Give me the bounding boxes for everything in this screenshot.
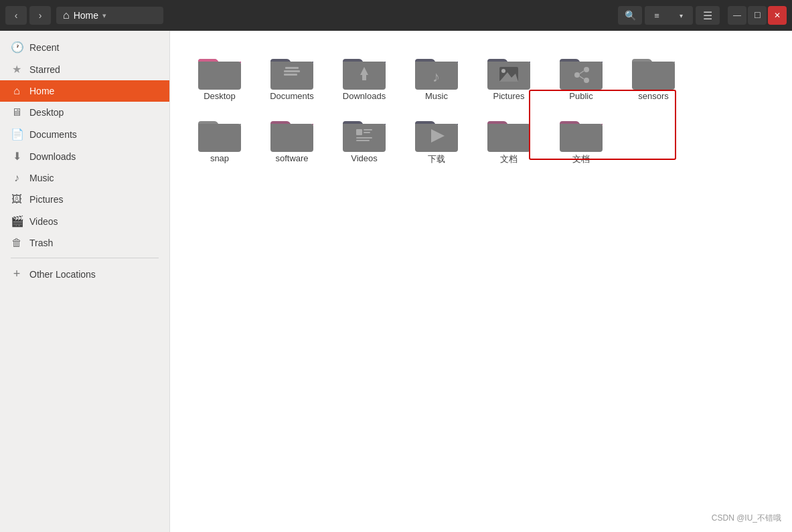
- folder-xiazai-label: 文档: [500, 153, 518, 165]
- folder-sensors-icon: [629, 52, 678, 91]
- folder-music-label: Music: [425, 91, 448, 101]
- music-icon: ♪: [11, 172, 23, 184]
- sidebar-item-music[interactable]: ♪ Music: [0, 167, 169, 189]
- folder-downloads[interactable]: Downloads: [331, 44, 398, 106]
- folder-wendang-icon: [557, 114, 605, 153]
- folder-snap[interactable]: snap: [186, 106, 253, 171]
- sidebar-item-recent[interactable]: 🕐 Recent: [0, 36, 169, 58]
- folder-desktop-icon: [195, 52, 244, 91]
- svg-rect-1: [284, 70, 300, 72]
- window-controls: — ☐ ✕: [728, 6, 787, 25]
- folder-sensors-label: sensors: [638, 91, 669, 101]
- menu-button[interactable]: ☰: [696, 6, 720, 25]
- pictures-icon: 🖼: [11, 193, 23, 205]
- folder-videos-label: 下载: [428, 153, 445, 165]
- sidebar-item-videos[interactable]: 🎬 Videos: [0, 210, 169, 232]
- location-bar[interactable]: ⌂ Home ▾: [56, 7, 163, 24]
- desktop-icon: 🖥: [11, 106, 23, 118]
- sidebar-item-starred[interactable]: ★ Starred: [0, 58, 169, 80]
- minimize-icon: —: [733, 11, 741, 20]
- folder-public-label: Public: [569, 91, 592, 101]
- sidebar-label-documents: Documents: [29, 129, 77, 140]
- forward-icon: ›: [39, 10, 42, 21]
- folder-public-icon: [557, 52, 605, 91]
- sidebar-item-home[interactable]: ⌂ Home: [0, 80, 169, 102]
- svg-rect-13: [356, 129, 362, 135]
- folder-pictures[interactable]: Pictures: [475, 44, 542, 106]
- folder-software[interactable]: software: [258, 106, 325, 171]
- folder-snap-icon: [195, 114, 244, 153]
- sidebar-label-music: Music: [29, 173, 54, 183]
- sidebar-item-pictures[interactable]: 🖼 Pictures: [0, 189, 169, 210]
- list-view-button[interactable]: ≡: [645, 6, 669, 25]
- sidebar-label-recent: Recent: [29, 42, 59, 53]
- folder-music[interactable]: ♪ Music: [403, 44, 470, 106]
- folder-sensors[interactable]: sensors: [620, 44, 687, 106]
- folder-public[interactable]: Public: [548, 44, 615, 106]
- sidebar-item-downloads[interactable]: ⬇ Downloads: [0, 145, 169, 167]
- folder-templates[interactable]: Videos: [331, 106, 398, 171]
- search-button[interactable]: 🔍: [618, 6, 642, 25]
- documents-icon: 📄: [11, 128, 23, 141]
- sidebar-separator: [11, 258, 159, 258]
- folder-wendang[interactable]: 文档: [548, 106, 615, 171]
- sidebar-item-documents[interactable]: 📄 Documents: [0, 123, 169, 145]
- folder-desktop[interactable]: Desktop: [186, 44, 253, 106]
- folder-xiazai[interactable]: 文档: [475, 106, 542, 171]
- view-chevron-icon: ▾: [680, 12, 683, 19]
- sidebar-label-desktop: Desktop: [29, 107, 64, 118]
- folder-videos[interactable]: 下载: [403, 106, 470, 171]
- main-layout: 🕐 Recent ★ Starred ⌂ Home 🖥 Desktop 📄 Do…: [0, 31, 792, 532]
- sidebar: 🕐 Recent ★ Starred ⌂ Home 🖥 Desktop 📄 Do…: [0, 31, 170, 532]
- sidebar-item-desktop[interactable]: 🖥 Desktop: [0, 102, 169, 123]
- watermark: CSDN @IU_不错哦: [712, 513, 781, 524]
- downloads-icon: ⬇: [11, 150, 23, 163]
- svg-rect-0: [285, 67, 299, 69]
- folder-grid-row2: snap software: [186, 106, 776, 171]
- folder-downloads-label: Downloads: [343, 91, 386, 101]
- sidebar-label-starred: Starred: [29, 64, 60, 75]
- forward-button[interactable]: ›: [29, 6, 51, 25]
- starred-icon: ★: [11, 63, 23, 76]
- folder-videos-icon: [412, 114, 461, 153]
- folder-documents-icon: [268, 52, 316, 91]
- folder-documents[interactable]: Documents: [258, 44, 325, 106]
- sidebar-label-downloads: Downloads: [29, 151, 76, 162]
- folder-pictures-label: Pictures: [493, 91, 525, 101]
- folder-xiazai-icon: [485, 114, 533, 153]
- sidebar-label-pictures: Pictures: [29, 194, 64, 205]
- back-button[interactable]: ‹: [5, 6, 27, 25]
- folder-downloads-icon: [340, 52, 388, 91]
- close-button[interactable]: ✕: [768, 6, 787, 25]
- svg-rect-17: [356, 140, 370, 141]
- svg-rect-2: [284, 74, 297, 76]
- svg-text:♪: ♪: [432, 68, 440, 85]
- folder-wendang-label: 文档: [572, 153, 590, 165]
- maximize-button[interactable]: ☐: [748, 6, 767, 25]
- folder-grid: Desktop Documents: [186, 44, 776, 106]
- folder-music-icon: ♪: [412, 52, 461, 91]
- folder-snap-label: snap: [210, 153, 229, 163]
- videos-icon: 🎬: [11, 215, 23, 228]
- svg-rect-14: [364, 129, 372, 130]
- location-chevron: ▾: [102, 11, 106, 20]
- file-content: Desktop Documents: [170, 31, 792, 532]
- folder-documents-label: Documents: [270, 91, 314, 101]
- view-chevron-button[interactable]: ▾: [669, 6, 693, 25]
- list-view-icon: ≡: [654, 11, 659, 21]
- trash-icon: 🗑: [11, 237, 23, 249]
- sidebar-label-other-locations: Other Locations: [29, 269, 96, 280]
- svg-rect-15: [364, 132, 370, 133]
- home-icon: ⌂: [63, 9, 70, 21]
- sidebar-label-home: Home: [29, 86, 54, 96]
- sidebar-item-other-locations[interactable]: + Other Locations: [0, 262, 169, 286]
- recent-icon: 🕐: [11, 41, 23, 54]
- folder-desktop-label: Desktop: [204, 91, 236, 101]
- view-toggle-group: ≡ ▾: [645, 6, 693, 25]
- minimize-button[interactable]: —: [728, 6, 746, 25]
- sidebar-item-trash[interactable]: 🗑 Trash: [0, 232, 169, 254]
- add-icon: +: [11, 267, 23, 281]
- svg-point-9: [574, 72, 580, 78]
- menu-icon: ☰: [703, 9, 712, 22]
- location-title: Home: [74, 10, 98, 21]
